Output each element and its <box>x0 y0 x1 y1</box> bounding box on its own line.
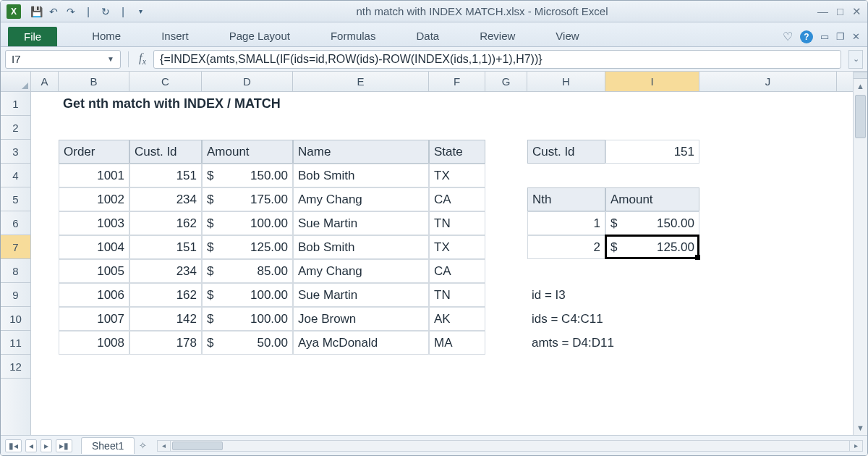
vertical-scrollbar[interactable]: ▲ ▼ <box>853 72 867 435</box>
scroll-left-icon[interactable]: ◂ <box>158 441 171 451</box>
lookup-amount-header[interactable]: Amount <box>605 187 699 211</box>
tab-review[interactable]: Review <box>459 25 535 46</box>
table-cell-amount[interactable]: $125.00 <box>202 235 293 259</box>
note-text[interactable]: amts = D4:D11 <box>527 331 837 355</box>
column-header[interactable]: E <box>293 72 429 91</box>
ribbon-collapse-icon[interactable]: ▭ <box>820 31 829 42</box>
tab-data[interactable]: Data <box>396 25 459 46</box>
column-headers[interactable]: ABCDEFGHIJ <box>1 72 853 92</box>
column-header[interactable]: G <box>485 72 527 91</box>
table-cell-name[interactable]: Aya McDonald <box>293 331 429 355</box>
formula-expand-icon[interactable]: ⌄ <box>848 50 863 69</box>
scroll-up-icon[interactable]: ▲ <box>854 79 867 93</box>
save-icon[interactable]: 💾 <box>30 5 43 18</box>
table-cell-amount[interactable]: $175.00 <box>202 187 293 211</box>
table-cell-name[interactable]: Amy Chang <box>293 187 429 211</box>
lookup-nth-header[interactable]: Nth <box>527 187 605 211</box>
vscroll-thumb[interactable] <box>855 95 866 138</box>
table-cell-state[interactable]: MA <box>429 331 485 355</box>
note-text[interactable]: ids = C4:C11 <box>527 307 837 331</box>
column-header[interactable]: B <box>59 72 129 91</box>
table-cell-custid[interactable]: 162 <box>129 283 202 307</box>
close-workbook-icon[interactable]: ✕ <box>852 31 860 42</box>
column-header[interactable]: D <box>202 72 293 91</box>
hscroll-thumb[interactable] <box>172 442 223 450</box>
table-header[interactable]: Name <box>293 140 429 164</box>
tab-insert[interactable]: Insert <box>141 25 209 46</box>
table-cell-name[interactable]: Joe Brown <box>293 307 429 331</box>
row-headers[interactable]: 123456789101112 <box>1 92 31 435</box>
table-cell-order[interactable]: 1002 <box>59 187 129 211</box>
first-sheet-icon[interactable]: ▮◂ <box>5 439 22 452</box>
table-cell-amount[interactable]: $50.00 <box>202 331 293 355</box>
table-cell-custid[interactable]: 162 <box>129 211 202 235</box>
split-handle-top[interactable] <box>854 72 867 79</box>
lookup-custid-value[interactable]: 151 <box>605 140 699 164</box>
table-cell-order[interactable]: 1004 <box>59 235 129 259</box>
table-cell-order[interactable]: 1001 <box>59 164 129 187</box>
table-cell-order[interactable]: 1005 <box>59 259 129 283</box>
minimize-icon[interactable]: — <box>817 5 828 18</box>
prev-sheet-icon[interactable]: ◂ <box>25 439 37 452</box>
table-cell-state[interactable]: CA <box>429 259 485 283</box>
table-header[interactable]: Cust. Id <box>129 140 202 164</box>
table-cell-order[interactable]: 1008 <box>59 331 129 355</box>
help-icon[interactable]: ? <box>800 30 813 43</box>
row-header[interactable]: 9 <box>1 283 30 307</box>
table-cell-order[interactable]: 1007 <box>59 307 129 331</box>
lookup-nth-value[interactable]: 1 <box>527 211 605 235</box>
column-header[interactable]: F <box>429 72 485 91</box>
lookup-nth-value[interactable]: 2 <box>527 235 605 259</box>
table-cell-name[interactable]: Amy Chang <box>293 259 429 283</box>
formula-input[interactable]: {=INDEX(amts,SMALL(IF(ids=id,ROW(ids)-RO… <box>153 50 841 69</box>
redo-icon[interactable]: ↷ <box>64 5 77 18</box>
table-cell-state[interactable]: TX <box>429 235 485 259</box>
table-cell-amount[interactable]: $150.00 <box>202 164 293 187</box>
table-cell-amount[interactable]: $100.00 <box>202 211 293 235</box>
table-cell-custid[interactable]: 178 <box>129 331 202 355</box>
table-cell-state[interactable]: CA <box>429 187 485 211</box>
tab-file[interactable]: File <box>8 27 57 46</box>
table-cell-name[interactable]: Sue Martin <box>293 211 429 235</box>
tab-page-layout[interactable]: Page Layout <box>209 25 310 46</box>
table-cell-name[interactable]: Bob Smith <box>293 235 429 259</box>
scroll-right-icon[interactable]: ▸ <box>849 441 862 451</box>
select-all-corner[interactable] <box>1 72 31 91</box>
row-header[interactable]: 2 <box>1 116 30 140</box>
row-header[interactable]: 1 <box>1 92 30 116</box>
fx-icon[interactable]: fx <box>139 51 146 67</box>
tab-formulas[interactable]: Formulas <box>310 25 396 46</box>
row-header[interactable]: 12 <box>1 355 30 379</box>
scroll-down-icon[interactable]: ▼ <box>854 421 867 435</box>
table-cell-name[interactable]: Sue Martin <box>293 283 429 307</box>
refresh-icon[interactable]: ↻ <box>99 5 112 18</box>
note-text[interactable]: id = I3 <box>527 283 837 307</box>
table-cell-amount[interactable]: $85.00 <box>202 259 293 283</box>
table-cell-custid[interactable]: 234 <box>129 187 202 211</box>
column-header[interactable]: H <box>527 72 605 91</box>
table-header[interactable]: Order <box>59 140 129 164</box>
column-header[interactable]: C <box>129 72 202 91</box>
column-header[interactable]: I <box>605 72 699 91</box>
table-cell-order[interactable]: 1006 <box>59 283 129 307</box>
row-header[interactable]: 4 <box>1 164 30 187</box>
table-cell-state[interactable]: AK <box>429 307 485 331</box>
table-cell-state[interactable]: TN <box>429 211 485 235</box>
column-header[interactable]: J <box>699 72 837 91</box>
row-header[interactable]: 6 <box>1 211 30 235</box>
table-cell-custid[interactable]: 142 <box>129 307 202 331</box>
maximize-icon[interactable]: □ <box>837 5 843 18</box>
sheet-nav-buttons[interactable]: ▮◂ ◂ ▸ ▸▮ <box>5 439 72 452</box>
column-header[interactable]: A <box>31 72 59 91</box>
table-cell-amount[interactable]: $100.00 <box>202 283 293 307</box>
last-sheet-icon[interactable]: ▸▮ <box>56 439 72 452</box>
qat-customize-icon[interactable]: ▾ <box>134 5 147 18</box>
next-sheet-icon[interactable]: ▸ <box>41 439 52 452</box>
table-cell-custid[interactable]: 151 <box>129 164 202 187</box>
cells-canvas[interactable]: Get nth match with INDEX / MATCHOrderCus… <box>31 92 853 435</box>
name-box-dropdown-icon[interactable]: ▼ <box>107 55 114 63</box>
tab-view[interactable]: View <box>535 25 599 46</box>
name-box[interactable]: I7 ▼ <box>5 50 121 69</box>
table-cell-state[interactable]: TX <box>429 164 485 187</box>
page-title[interactable]: Get nth match with INDEX / MATCH <box>59 92 837 116</box>
